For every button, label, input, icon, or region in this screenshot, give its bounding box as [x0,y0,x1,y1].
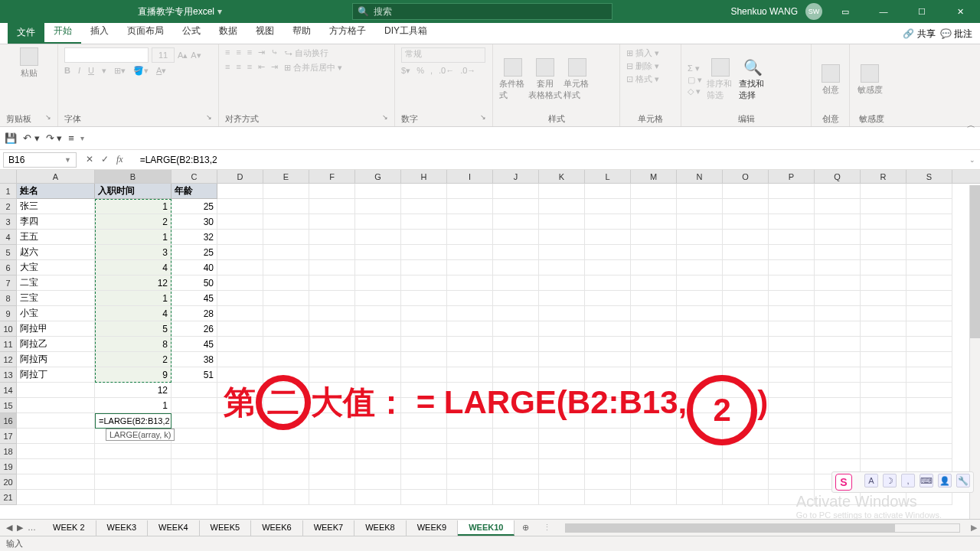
row-header-11[interactable]: 11 [0,337,17,352]
cell-G20[interactable] [355,474,401,490]
cell-D7[interactable] [217,276,263,291]
cell-K19[interactable] [539,459,585,474]
cell-N17[interactable] [677,429,723,444]
cell-A5[interactable]: 赵六 [17,245,95,260]
close-button[interactable]: ✕ [945,0,975,23]
cell-D5[interactable] [217,245,263,260]
cell-Q1[interactable] [815,184,861,199]
cell-H13[interactable] [401,367,447,383]
cell-E18[interactable] [263,444,309,459]
cell-F5[interactable] [309,245,355,260]
cell-O2[interactable] [723,199,769,214]
cell-I16[interactable] [447,413,493,429]
cell-N14[interactable] [677,383,723,398]
fill-icon[interactable]: ▢ ▾ [688,75,702,85]
ime-comma-icon[interactable]: , [901,474,915,487]
cell-F9[interactable] [309,306,355,321]
col-header-K[interactable]: K [539,170,585,183]
cell-S5[interactable] [906,245,952,260]
cell-E3[interactable] [263,214,309,230]
cell-S13[interactable] [906,367,952,383]
cell-L21[interactable] [585,490,631,505]
qat-icon[interactable]: ≡ [68,132,74,144]
cell-M19[interactable] [631,459,677,474]
cell-I11[interactable] [447,337,493,352]
cell-L1[interactable] [585,184,631,199]
cell-A4[interactable]: 王五 [17,230,95,245]
cell-F20[interactable] [309,474,355,490]
cell-C14[interactable] [172,383,217,398]
cell-O15[interactable] [723,398,769,413]
cell-I6[interactable] [447,260,493,276]
cell-Q7[interactable] [815,276,861,291]
cell-G1[interactable] [355,184,401,199]
cell-N12[interactable] [677,352,723,367]
cell-J1[interactable] [493,184,539,199]
font-size-box[interactable]: 11 [152,47,175,63]
conditional-format-button[interactable]: 条件格式 [499,58,527,101]
cell-G5[interactable] [355,245,401,260]
merge-center-button[interactable]: ⊞ 合并后居中 ▾ [284,62,342,73]
row-header-5[interactable]: 5 [0,245,17,260]
cell-P11[interactable] [769,337,815,352]
cell-E10[interactable] [263,321,309,337]
cell-P7[interactable] [769,276,815,291]
cell-H6[interactable] [401,260,447,276]
fx-icon[interactable]: fx [116,154,123,165]
col-header-J[interactable]: J [493,170,539,183]
cell-H14[interactable] [401,383,447,398]
avatar[interactable]: SW [805,3,822,20]
sheet-tab-WEEK8[interactable]: WEEK8 [354,520,407,536]
row-header-6[interactable]: 6 [0,260,17,276]
cell-D1[interactable] [217,184,263,199]
cell-S17[interactable] [906,429,952,444]
cell-P19[interactable] [769,459,815,474]
cell-K7[interactable] [539,276,585,291]
search-box[interactable]: 🔍 搜索 [352,3,612,20]
cell-B1[interactable]: 入职时间 [95,184,172,199]
col-header-R[interactable]: R [861,170,906,183]
cell-N21[interactable] [677,490,723,505]
cell-D4[interactable] [217,230,263,245]
cell-P6[interactable] [769,260,815,276]
cell-R2[interactable] [861,199,906,214]
cell-B13[interactable]: 9 [95,367,172,383]
cell-N6[interactable] [677,260,723,276]
cell-I8[interactable] [447,291,493,306]
cell-P20[interactable] [769,474,815,490]
row-header-19[interactable]: 19 [0,459,17,474]
cell-M17[interactable] [631,429,677,444]
cell-styles-button[interactable]: 单元格样式 [564,58,591,101]
chevron-down-icon[interactable]: ▼ [64,156,71,164]
cell-G3[interactable] [355,214,401,230]
cell-G13[interactable] [355,367,401,383]
cell-A14[interactable] [17,383,95,398]
cell-A8[interactable]: 三宝 [17,291,95,306]
cell-G7[interactable] [355,276,401,291]
col-header-Q[interactable]: Q [815,170,861,183]
cell-M21[interactable] [631,490,677,505]
cell-J3[interactable] [493,214,539,230]
tab-帮助[interactable]: 帮助 [283,21,320,44]
cell-L2[interactable] [585,199,631,214]
tab-公式[interactable]: 公式 [173,21,210,44]
cell-B8[interactable]: 1 [95,291,172,306]
cell-L15[interactable] [585,398,631,413]
sogou-icon[interactable]: S [835,474,852,491]
cell-P16[interactable] [769,413,815,429]
cell-M13[interactable] [631,367,677,383]
cell-G8[interactable] [355,291,401,306]
cell-A20[interactable] [17,474,95,490]
col-header-F[interactable]: F [309,170,355,183]
cell-P5[interactable] [769,245,815,260]
cell-E16[interactable] [263,413,309,429]
underline-button[interactable]: U [88,66,94,76]
cell-A3[interactable]: 李四 [17,214,95,230]
row-header-8[interactable]: 8 [0,291,17,306]
cell-J20[interactable] [493,474,539,490]
cell-H3[interactable] [401,214,447,230]
cell-L5[interactable] [585,245,631,260]
cell-C1[interactable]: 年龄 [172,184,217,199]
cell-R11[interactable] [861,337,906,352]
cell-D19[interactable] [217,459,263,474]
